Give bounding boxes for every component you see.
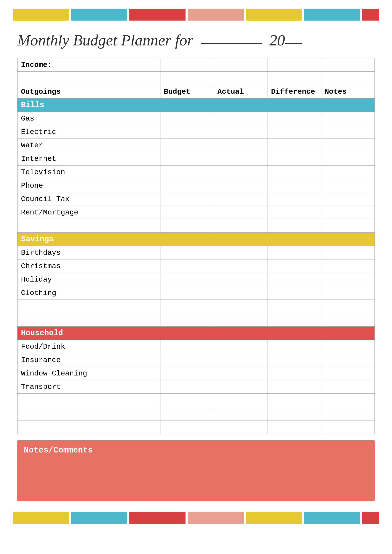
phone-row: Phone xyxy=(18,179,375,192)
insurance-difference[interactable] xyxy=(267,353,321,367)
bottom-bar-red-1 xyxy=(129,512,185,524)
water-actual[interactable] xyxy=(214,139,267,152)
council-tax-difference[interactable] xyxy=(267,192,321,206)
spacer-row-5 xyxy=(18,394,375,407)
bar-teal-2 xyxy=(304,9,360,21)
food-drink-budget[interactable] xyxy=(160,340,214,353)
television-difference[interactable] xyxy=(267,165,321,179)
internet-budget[interactable] xyxy=(160,152,214,165)
rent-mortgage-actual[interactable] xyxy=(214,206,267,219)
holiday-actual[interactable] xyxy=(214,273,267,286)
christmas-actual[interactable] xyxy=(214,259,267,273)
internet-notes[interactable] xyxy=(321,152,375,165)
notes-section-title: Notes/Comments xyxy=(24,446,368,455)
holiday-budget[interactable] xyxy=(160,273,214,286)
internet-actual[interactable] xyxy=(214,152,267,165)
council-tax-label: Council Tax xyxy=(18,192,161,206)
transport-budget[interactable] xyxy=(160,380,214,394)
rent-mortgage-notes[interactable] xyxy=(321,206,375,219)
holiday-label: Holiday xyxy=(18,273,161,286)
clothing-actual[interactable] xyxy=(214,286,267,300)
television-notes[interactable] xyxy=(321,165,375,179)
water-difference[interactable] xyxy=(267,139,321,152)
internet-difference[interactable] xyxy=(267,152,321,165)
transport-notes[interactable] xyxy=(321,380,375,394)
electric-difference[interactable] xyxy=(267,125,321,139)
birthdays-actual[interactable] xyxy=(214,246,267,259)
electric-label: Electric xyxy=(18,125,161,139)
rent-mortgage-budget[interactable] xyxy=(160,206,214,219)
christmas-notes[interactable] xyxy=(321,259,375,273)
insurance-notes[interactable] xyxy=(321,353,375,367)
holiday-difference[interactable] xyxy=(267,273,321,286)
income-label: Income: xyxy=(18,58,161,72)
electric-budget[interactable] xyxy=(160,125,214,139)
clothing-notes[interactable] xyxy=(321,286,375,300)
budget-header: Budget xyxy=(160,85,214,99)
water-notes[interactable] xyxy=(321,139,375,152)
council-tax-budget[interactable] xyxy=(160,192,214,206)
television-row: Television xyxy=(18,165,375,179)
notes-section: Notes/Comments xyxy=(17,440,375,501)
phone-difference[interactable] xyxy=(267,179,321,192)
food-drink-label: Food/Drink xyxy=(18,340,161,353)
christmas-budget[interactable] xyxy=(160,259,214,273)
insurance-budget[interactable] xyxy=(160,353,214,367)
rent-mortgage-difference[interactable] xyxy=(267,206,321,219)
transport-label: Transport xyxy=(18,380,161,394)
window-cleaning-row: Window Cleaning xyxy=(18,367,375,380)
water-budget[interactable] xyxy=(160,139,214,152)
top-color-bar xyxy=(13,9,379,21)
council-tax-notes[interactable] xyxy=(321,192,375,206)
phone-notes[interactable] xyxy=(321,179,375,192)
gas-budget[interactable] xyxy=(160,112,214,125)
television-budget[interactable] xyxy=(160,165,214,179)
window-cleaning-notes[interactable] xyxy=(321,367,375,380)
title-section: Monthly Budget Planner for 20 xyxy=(13,31,379,49)
actual-header: Actual xyxy=(214,85,267,99)
spacer-row-4 xyxy=(18,313,375,327)
internet-label: Internet xyxy=(18,152,161,165)
phone-actual[interactable] xyxy=(214,179,267,192)
bottom-bar-yellow-1 xyxy=(13,512,69,524)
bar-yellow-2 xyxy=(246,9,302,21)
food-drink-difference[interactable] xyxy=(267,340,321,353)
christmas-difference[interactable] xyxy=(267,259,321,273)
electric-notes[interactable] xyxy=(321,125,375,139)
gas-notes[interactable] xyxy=(321,112,375,125)
year-prefix: 20 xyxy=(269,32,285,49)
electric-actual[interactable] xyxy=(214,125,267,139)
bar-salmon-1 xyxy=(188,9,244,21)
transport-actual[interactable] xyxy=(214,380,267,394)
holiday-notes[interactable] xyxy=(321,273,375,286)
spacer-row-2 xyxy=(18,219,375,233)
bar-teal-1 xyxy=(71,9,127,21)
window-cleaning-actual[interactable] xyxy=(214,367,267,380)
insurance-label: Insurance xyxy=(18,353,161,367)
television-actual[interactable] xyxy=(214,165,267,179)
income-row: Income: xyxy=(18,58,375,72)
clothing-budget[interactable] xyxy=(160,286,214,300)
bottom-bar-teal-1 xyxy=(71,512,127,524)
rent-mortgage-label: Rent/Mortgage xyxy=(18,206,161,219)
birthdays-label: Birthdays xyxy=(18,246,161,259)
clothing-row: Clothing xyxy=(18,286,375,300)
birthdays-budget[interactable] xyxy=(160,246,214,259)
christmas-label: Christmas xyxy=(18,259,161,273)
food-drink-row: Food/Drink xyxy=(18,340,375,353)
birthdays-difference[interactable] xyxy=(267,246,321,259)
gas-actual[interactable] xyxy=(214,112,267,125)
window-cleaning-difference[interactable] xyxy=(267,367,321,380)
window-cleaning-budget[interactable] xyxy=(160,367,214,380)
birthdays-notes[interactable] xyxy=(321,246,375,259)
savings-category-row: Savings xyxy=(18,233,375,246)
transport-difference[interactable] xyxy=(267,380,321,394)
council-tax-actual[interactable] xyxy=(214,192,267,206)
food-drink-actual[interactable] xyxy=(214,340,267,353)
phone-budget[interactable] xyxy=(160,179,214,192)
insurance-actual[interactable] xyxy=(214,353,267,367)
clothing-difference[interactable] xyxy=(267,286,321,300)
food-drink-notes[interactable] xyxy=(321,340,375,353)
gas-difference[interactable] xyxy=(267,112,321,125)
income-difference xyxy=(267,58,321,72)
